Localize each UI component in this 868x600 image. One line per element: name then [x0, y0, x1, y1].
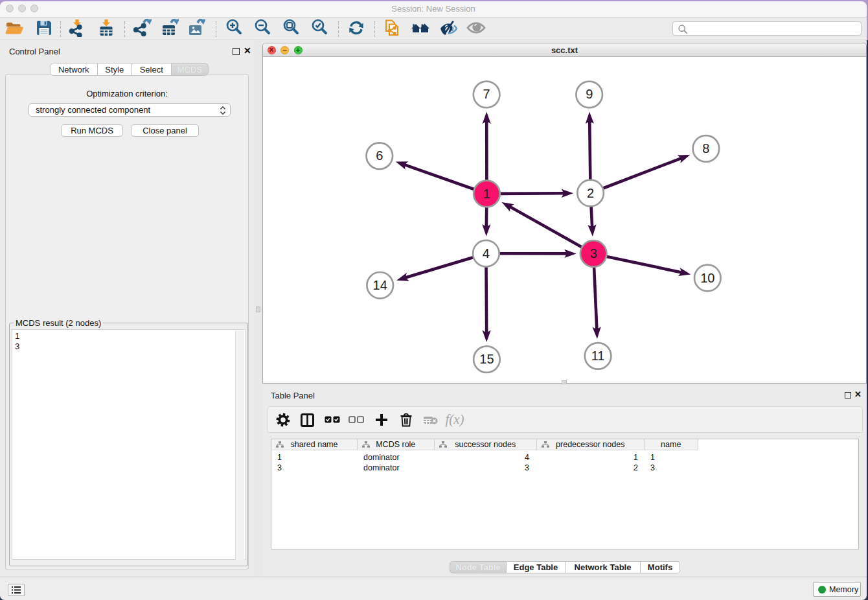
svg-text:8: 8: [702, 141, 709, 156]
svg-text:9: 9: [586, 87, 593, 101]
svg-text:11: 11: [591, 349, 605, 363]
svg-text:4: 4: [483, 246, 490, 260]
svg-text:7: 7: [483, 87, 490, 101]
svg-text:15: 15: [479, 352, 494, 366]
svg-text:10: 10: [700, 271, 714, 285]
svg-text:14: 14: [373, 278, 387, 292]
svg-text:f(x): f(x): [445, 412, 464, 427]
svg-text:2: 2: [587, 186, 594, 200]
svg-text:3: 3: [590, 246, 597, 260]
svg-text:1: 1: [483, 187, 490, 201]
svg-text:6: 6: [376, 148, 383, 163]
